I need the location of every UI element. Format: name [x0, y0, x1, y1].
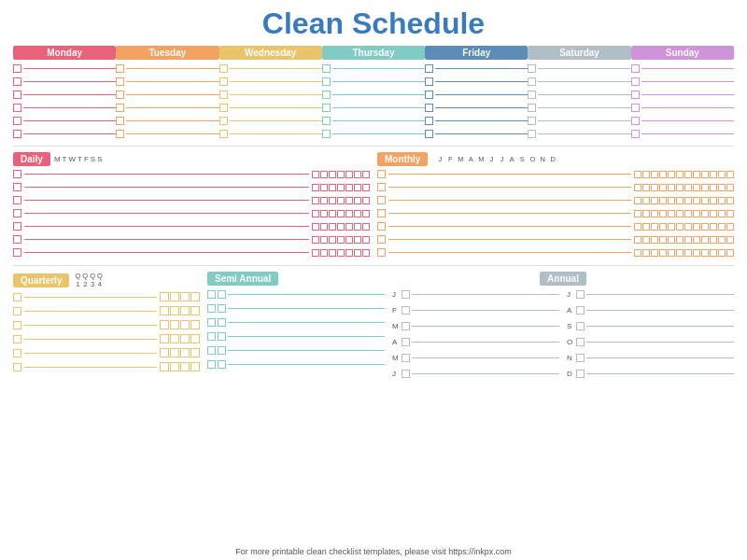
day-checkbox[interactable] [320, 197, 328, 204]
day-checkbox[interactable] [345, 249, 353, 257]
checkbox[interactable] [528, 117, 536, 125]
checkbox[interactable] [377, 235, 386, 244]
month-checkbox[interactable] [718, 236, 726, 244]
month-checkbox[interactable] [701, 223, 709, 231]
annual-checkbox[interactable] [576, 354, 585, 362]
annual-checkbox[interactable] [402, 370, 410, 378]
quarter-checkbox[interactable] [180, 320, 190, 329]
day-checkbox[interactable] [345, 197, 353, 204]
checkbox[interactable] [219, 117, 228, 125]
checkbox[interactable] [207, 346, 216, 355]
month-checkbox[interactable] [634, 197, 641, 204]
month-checkbox[interactable] [651, 184, 658, 191]
checkbox[interactable] [377, 248, 386, 257]
day-checkbox[interactable] [312, 184, 319, 191]
month-checkbox[interactable] [668, 210, 675, 217]
day-checkbox[interactable] [312, 171, 319, 178]
month-checkbox[interactable] [693, 236, 700, 244]
annual-checkbox[interactable] [402, 306, 410, 315]
month-checkbox[interactable] [659, 197, 667, 204]
day-checkbox[interactable] [312, 210, 319, 217]
month-checkbox[interactable] [710, 171, 717, 178]
checkbox[interactable] [13, 104, 21, 112]
month-checkbox[interactable] [718, 223, 726, 231]
checkbox[interactable] [377, 209, 386, 217]
checkbox[interactable] [631, 117, 640, 125]
annual-checkbox[interactable] [402, 290, 410, 299]
month-checkbox[interactable] [701, 210, 709, 217]
checkbox[interactable] [631, 77, 640, 86]
month-checkbox[interactable] [710, 223, 717, 231]
month-checkbox[interactable] [718, 184, 726, 191]
checkbox[interactable] [13, 209, 21, 217]
month-checkbox[interactable] [710, 184, 717, 191]
month-checkbox[interactable] [642, 184, 650, 191]
month-checkbox[interactable] [710, 210, 717, 217]
day-checkbox[interactable] [329, 249, 336, 257]
month-checkbox[interactable] [718, 171, 726, 178]
day-checkbox[interactable] [329, 236, 336, 244]
annual-checkbox[interactable] [576, 338, 585, 346]
checkbox[interactable] [13, 349, 21, 357]
checkbox[interactable] [631, 64, 640, 73]
month-checkbox[interactable] [684, 223, 692, 231]
month-checkbox[interactable] [701, 171, 709, 178]
checkbox[interactable] [528, 130, 536, 138]
quarter-checkbox[interactable] [190, 306, 200, 315]
checkbox[interactable] [13, 293, 21, 301]
day-checkbox[interactable] [354, 171, 361, 178]
day-checkbox[interactable] [337, 197, 345, 204]
checkbox[interactable] [425, 91, 433, 99]
month-checkbox[interactable] [634, 210, 641, 217]
checkbox[interactable] [425, 117, 433, 125]
day-checkbox[interactable] [337, 223, 345, 231]
month-checkbox[interactable] [642, 236, 650, 244]
month-checkbox[interactable] [676, 197, 684, 204]
month-checkbox[interactable] [710, 197, 717, 204]
month-checkbox[interactable] [634, 171, 641, 178]
annual-checkbox[interactable] [576, 306, 585, 315]
month-checkbox[interactable] [642, 197, 650, 204]
quarter-checkbox[interactable] [160, 334, 169, 343]
checkbox[interactable] [116, 91, 124, 99]
month-checkbox[interactable] [684, 197, 692, 204]
quarter-checkbox[interactable] [160, 348, 169, 357]
quarter-checkbox[interactable] [180, 306, 190, 315]
day-checkbox[interactable] [337, 171, 345, 178]
checkbox[interactable] [116, 117, 124, 125]
month-checkbox[interactable] [726, 197, 734, 204]
month-checkbox[interactable] [693, 223, 700, 231]
day-checkbox[interactable] [345, 184, 353, 191]
annual-checkbox[interactable] [576, 290, 585, 299]
month-checkbox[interactable] [651, 223, 658, 231]
checkbox[interactable] [631, 130, 640, 138]
checkbox[interactable] [116, 64, 124, 73]
month-checkbox[interactable] [676, 184, 684, 191]
month-checkbox[interactable] [676, 223, 684, 231]
day-checkbox[interactable] [337, 249, 345, 257]
month-checkbox[interactable] [659, 210, 667, 217]
day-checkbox[interactable] [354, 236, 361, 244]
month-checkbox[interactable] [693, 197, 700, 204]
checkbox[interactable] [13, 222, 21, 231]
month-checkbox[interactable] [684, 249, 692, 257]
month-checkbox[interactable] [651, 236, 658, 244]
month-checkbox[interactable] [710, 249, 717, 257]
day-checkbox[interactable] [312, 197, 319, 204]
quarter-checkbox[interactable] [180, 362, 190, 371]
checkbox[interactable] [13, 91, 21, 99]
day-checkbox[interactable] [329, 210, 336, 217]
annual-checkbox[interactable] [402, 338, 410, 346]
checkbox-2[interactable] [218, 304, 226, 313]
quarter-checkbox[interactable] [190, 320, 200, 329]
day-checkbox[interactable] [312, 223, 319, 231]
month-checkbox[interactable] [642, 210, 650, 217]
checkbox[interactable] [219, 77, 228, 86]
checkbox-2[interactable] [218, 318, 226, 327]
checkbox[interactable] [13, 117, 21, 125]
checkbox[interactable] [322, 104, 331, 112]
month-checkbox[interactable] [634, 223, 641, 231]
checkbox[interactable] [528, 77, 536, 86]
day-checkbox[interactable] [362, 236, 370, 244]
checkbox[interactable] [207, 332, 216, 341]
